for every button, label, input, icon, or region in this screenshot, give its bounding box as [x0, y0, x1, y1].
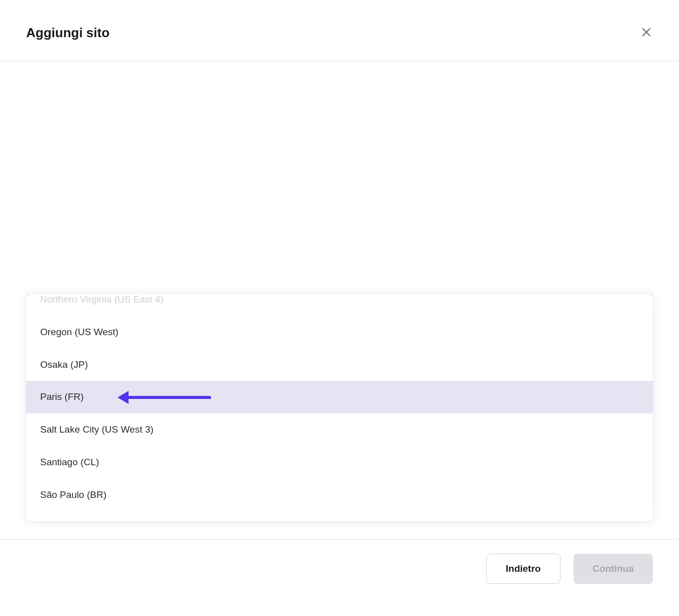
dropdown-item[interactable]: Salt Lake City (US West 3): [26, 414, 653, 446]
dropdown-item[interactable]: Santiago (CL): [26, 446, 653, 479]
modal-footer: Indietro Continua: [0, 539, 679, 616]
dropdown-item[interactable]: Paris (FR): [26, 381, 653, 414]
dropdown-item[interactable]: Oregon (US West): [26, 316, 653, 349]
modal-title: Aggiungi sito: [26, 25, 109, 41]
dropdown-item-label: Northern Virginia (US East 4): [40, 294, 164, 304]
datacenter-dropdown-list: Northern Virginia (US East 4) Oregon (US…: [26, 294, 653, 521]
dropdown-item[interactable]: Osaka (JP): [26, 349, 653, 381]
close-icon[interactable]: [640, 26, 653, 41]
dropdown-item-label: Oregon (US West): [40, 327, 119, 337]
modal-header: Aggiungi sito: [0, 0, 679, 61]
dropdown-item-label: Santiago (CL): [40, 457, 99, 467]
modal-content: Northern Virginia (US East 4) Oregon (US…: [0, 294, 679, 385]
dropdown-item[interactable]: Northern Virginia (US East 4): [26, 294, 653, 316]
continue-button[interactable]: Continua: [574, 554, 653, 584]
dropdown-item[interactable]: São Paulo (BR): [26, 479, 653, 521]
back-button[interactable]: Indietro: [486, 554, 560, 584]
dropdown-item-label: Osaka (JP): [40, 359, 88, 370]
dropdown-item-label: São Paulo (BR): [40, 489, 106, 500]
dropdown-item-label: Paris (FR): [40, 391, 84, 402]
annotation-arrow-icon: [118, 391, 211, 404]
dropdown-item-label: Salt Lake City (US West 3): [40, 424, 154, 435]
